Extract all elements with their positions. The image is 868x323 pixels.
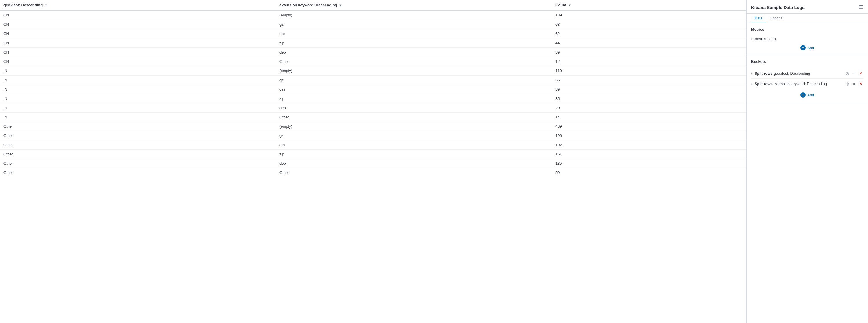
cell-count: 439 xyxy=(552,122,746,131)
cell-count: 192 xyxy=(552,140,746,150)
bucket-label-ext: Split rows extension.keyword: Descending xyxy=(755,82,827,86)
eye-icon-geo[interactable]: ◎ xyxy=(845,71,850,76)
cell-extension: gz xyxy=(276,76,552,85)
table-row: IN(empty)110 xyxy=(0,66,746,76)
cell-geo-dest: CN xyxy=(0,10,276,20)
cell-count: 68 xyxy=(552,20,746,29)
cell-extension: Other xyxy=(276,113,552,122)
table-row: CNzip44 xyxy=(0,38,746,48)
chevron-right-icon-geo: › xyxy=(751,72,752,75)
col-header-geo-dest[interactable]: geo.dest: Descending ▼ xyxy=(0,0,276,10)
sort-icon-geo: ▼ xyxy=(44,3,48,7)
cell-geo-dest: IN xyxy=(0,94,276,103)
buckets-section: Buckets › Split rows geo.dest: Descendin… xyxy=(746,55,868,103)
plus-circle-bucket-icon: + xyxy=(801,92,806,98)
bucket-label-geo: Split rows geo.dest: Descending xyxy=(755,71,810,76)
table-row: CNcss62 xyxy=(0,29,746,38)
cell-count: 196 xyxy=(552,131,746,140)
sidebar-panel: Kibana Sample Data Logs ☰ Data Options M… xyxy=(746,0,868,323)
cell-extension: (empty) xyxy=(276,66,552,76)
bucket-row-geo-dest[interactable]: › Split rows geo.dest: Descending ◎ = ✕ xyxy=(751,68,863,79)
cell-extension: css xyxy=(276,140,552,150)
tab-options[interactable]: Options xyxy=(766,13,786,23)
metrics-add-button[interactable]: + Add xyxy=(751,43,863,51)
cell-geo-dest: Other xyxy=(0,131,276,140)
cell-count: 12 xyxy=(552,57,746,66)
cell-extension: deb xyxy=(276,103,552,113)
cell-geo-dest: Other xyxy=(0,150,276,159)
cell-count: 135 xyxy=(552,159,746,168)
sort-icon-ext: ▼ xyxy=(339,3,342,7)
table-row: INzip35 xyxy=(0,94,746,103)
col-header-count[interactable]: Count ▼ xyxy=(552,0,746,10)
chevron-right-icon-ext: › xyxy=(751,82,752,86)
buckets-section-title: Buckets xyxy=(751,59,863,64)
cell-extension: deb xyxy=(276,48,552,57)
cell-extension: gz xyxy=(276,131,552,140)
cell-count: 39 xyxy=(552,85,746,94)
metrics-section: Metrics › Metric Count + Add xyxy=(746,23,868,55)
cell-extension: Other xyxy=(276,168,552,177)
table-row: Otherzip161 xyxy=(0,150,746,159)
table-row: INcss39 xyxy=(0,85,746,94)
cell-geo-dest: Other xyxy=(0,140,276,150)
cell-extension: zip xyxy=(276,150,552,159)
equals-icon-ext[interactable]: = xyxy=(852,81,856,86)
col-header-extension[interactable]: extension.keyword: Descending ▼ xyxy=(276,0,552,10)
equals-icon-geo[interactable]: = xyxy=(852,71,856,76)
eye-icon-ext[interactable]: ◎ xyxy=(845,81,850,86)
tab-data[interactable]: Data xyxy=(751,13,766,23)
cell-geo-dest: IN xyxy=(0,103,276,113)
buckets-add-button[interactable]: + Add xyxy=(751,90,863,98)
cell-geo-dest: CN xyxy=(0,29,276,38)
cell-extension: zip xyxy=(276,94,552,103)
cell-count: 39 xyxy=(552,48,746,57)
cell-count: 161 xyxy=(552,150,746,159)
table-row: Othergz196 xyxy=(0,131,746,140)
metric-label: Metric Count xyxy=(755,37,777,41)
table-row: CNgz68 xyxy=(0,20,746,29)
cell-extension: zip xyxy=(276,38,552,48)
bucket-actions-ext: ◎ = ✕ xyxy=(845,81,863,86)
cell-count: 110 xyxy=(552,66,746,76)
bucket-rows-container: › Split rows geo.dest: Descending ◎ = ✕ … xyxy=(751,67,863,90)
table-row: CNdeb39 xyxy=(0,48,746,57)
metric-row-count[interactable]: › Metric Count xyxy=(751,35,863,43)
table-row: OtherOther59 xyxy=(0,168,746,177)
table-panel: geo.dest: Descending ▼ extension.keyword… xyxy=(0,0,746,323)
cell-geo-dest: CN xyxy=(0,20,276,29)
cell-geo-dest: CN xyxy=(0,48,276,57)
sort-icon-count: ▼ xyxy=(568,3,571,7)
table-row: Other(empty)439 xyxy=(0,122,746,131)
chevron-right-icon: › xyxy=(751,37,752,41)
cell-count: 139 xyxy=(552,10,746,20)
table-row: Otherdeb135 xyxy=(0,159,746,168)
bucket-row-content-geo: › Split rows geo.dest: Descending xyxy=(751,71,845,76)
cell-count: 44 xyxy=(552,38,746,48)
table-row: INOther14 xyxy=(0,113,746,122)
cell-extension: (empty) xyxy=(276,122,552,131)
hamburger-icon[interactable]: ☰ xyxy=(859,4,863,10)
table-row: CN(empty)139 xyxy=(0,10,746,20)
sidebar-tabs: Data Options xyxy=(746,13,868,23)
cell-geo-dest: IN xyxy=(0,113,276,122)
cell-geo-dest: IN xyxy=(0,76,276,85)
cell-count: 14 xyxy=(552,113,746,122)
table-row: CNOther12 xyxy=(0,57,746,66)
cell-count: 20 xyxy=(552,103,746,113)
cell-extension: gz xyxy=(276,20,552,29)
table-row: Othercss192 xyxy=(0,140,746,150)
cell-geo-dest: CN xyxy=(0,57,276,66)
delete-icon-ext[interactable]: ✕ xyxy=(859,81,863,86)
cell-extension: deb xyxy=(276,159,552,168)
bucket-row-content-ext: › Split rows extension.keyword: Descendi… xyxy=(751,82,845,86)
cell-extension: css xyxy=(276,29,552,38)
cell-geo-dest: CN xyxy=(0,38,276,48)
cell-geo-dest: Other xyxy=(0,168,276,177)
sidebar-title: Kibana Sample Data Logs xyxy=(751,5,805,10)
cell-geo-dest: Other xyxy=(0,159,276,168)
cell-count: 35 xyxy=(552,94,746,103)
cell-count: 56 xyxy=(552,76,746,85)
bucket-row-extension[interactable]: › Split rows extension.keyword: Descendi… xyxy=(751,79,863,89)
delete-icon-geo[interactable]: ✕ xyxy=(859,71,863,76)
